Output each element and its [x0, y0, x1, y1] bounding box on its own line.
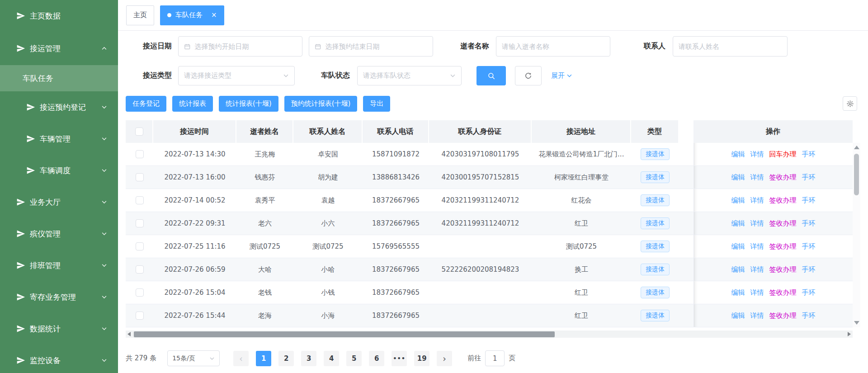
detail-link[interactable]: 详情 — [750, 312, 764, 320]
edit-link[interactable]: 编辑 — [731, 242, 745, 251]
wristband-link[interactable]: 手环 — [802, 196, 816, 205]
close-icon[interactable]: × — [211, 12, 217, 19]
deceased-name-input[interactable] — [496, 36, 610, 57]
scroll-up-arrow-icon[interactable] — [854, 146, 859, 149]
sidebar-item-funeral-mgmt[interactable]: 殡仪管理 — [0, 218, 118, 250]
scroll-left-arrow-icon[interactable] — [127, 332, 131, 336]
sign-link[interactable]: 签收办理 — [769, 219, 797, 228]
page-button-2[interactable]: 2 — [278, 351, 294, 366]
contact-input[interactable] — [673, 36, 788, 57]
detail-link[interactable]: 详情 — [750, 173, 764, 182]
row-checkbox[interactable] — [136, 219, 144, 227]
start-date-field[interactable] — [194, 42, 297, 51]
wristband-link[interactable]: 手环 — [802, 150, 816, 159]
export-button[interactable]: 导出 — [363, 96, 390, 112]
end-date-input[interactable] — [309, 36, 433, 57]
wristband-link[interactable]: 手环 — [802, 219, 816, 228]
horizontal-scrollbar-thumb[interactable] — [134, 331, 555, 337]
edit-link[interactable]: 编辑 — [731, 265, 745, 274]
prev-page-button[interactable]: ‹ — [233, 351, 249, 366]
detail-link[interactable]: 详情 — [750, 265, 764, 274]
wristband-link[interactable]: 手环 — [802, 312, 816, 320]
paper-plane-icon — [16, 11, 25, 20]
sidebar: 主页数据 接运管理 车队任务 接运预约登记 车辆管理 车辆调度 业务大厅 — [0, 0, 118, 373]
select-all-checkbox[interactable] — [135, 127, 143, 136]
sign-link[interactable]: 签收办理 — [769, 288, 797, 297]
row-checkbox[interactable] — [136, 242, 144, 250]
sidebar-item-fleet-task-active[interactable]: 车队任务 — [0, 65, 118, 91]
detail-link[interactable]: 详情 — [750, 196, 764, 205]
expand-toggle[interactable]: 展开 — [551, 71, 572, 80]
report-shiyan-button[interactable]: 统计报表(十堰) — [219, 96, 278, 112]
wristband-link[interactable]: 手环 — [802, 288, 816, 297]
scroll-right-arrow-icon[interactable] — [848, 332, 851, 336]
transport-type-select[interactable]: 请选择接运类型 — [178, 66, 295, 85]
edit-link[interactable]: 编辑 — [731, 196, 745, 205]
row-checkbox[interactable] — [136, 150, 144, 158]
sign-link[interactable]: 签收办理 — [769, 173, 797, 182]
page-button-1[interactable]: 1 — [256, 351, 271, 366]
detail-link[interactable]: 详情 — [750, 288, 764, 297]
chevron-down-icon — [209, 356, 215, 361]
scroll-down-arrow-icon[interactable] — [854, 321, 859, 325]
cell-actions: 编辑 详情 签收办理 手环 — [693, 189, 853, 212]
page-button-4[interactable]: 4 — [324, 351, 339, 366]
vertical-scrollbar[interactable] — [853, 143, 860, 327]
sidebar-item-home-data[interactable]: 主页数据 — [0, 0, 118, 32]
tab-fleet-task[interactable]: 车队任务 × — [160, 5, 224, 25]
sign-link[interactable]: 签收办理 — [769, 242, 797, 251]
fleet-status-select[interactable]: 请选择车队状态 — [357, 66, 462, 85]
sidebar-item-booking-register[interactable]: 接运预约登记 — [0, 91, 118, 123]
sidebar-item-shift-mgmt[interactable]: 排班管理 — [0, 250, 118, 281]
row-checkbox[interactable] — [136, 265, 144, 274]
wristband-link[interactable]: 手环 — [802, 265, 816, 274]
next-page-button[interactable]: › — [437, 351, 452, 366]
booking-report-shiyan-button[interactable]: 预约统计报表(十堰) — [284, 96, 358, 112]
sidebar-item-transport-mgmt[interactable]: 接运管理 — [0, 32, 118, 65]
detail-link[interactable]: 详情 — [750, 242, 764, 251]
horizontal-scrollbar[interactable] — [126, 331, 853, 338]
sign-link[interactable]: 签收办理 — [769, 265, 797, 274]
row-checkbox[interactable] — [136, 173, 144, 181]
tab-home-label: 主页 — [133, 11, 147, 19]
sign-link[interactable]: 签收办理 — [769, 312, 797, 320]
edit-link[interactable]: 编辑 — [731, 150, 745, 159]
edit-link[interactable]: 编辑 — [731, 173, 745, 182]
detail-link[interactable]: 详情 — [750, 150, 764, 159]
column-settings-button[interactable] — [843, 96, 857, 111]
row-checkbox[interactable] — [136, 196, 144, 204]
vertical-scrollbar-thumb[interactable] — [854, 154, 859, 195]
page-button-5[interactable]: 5 — [346, 351, 362, 366]
end-date-field[interactable] — [325, 42, 427, 51]
wristband-link[interactable]: 手环 — [802, 173, 816, 182]
sidebar-item-storage-mgmt[interactable]: 寄存业务管理 — [0, 281, 118, 313]
sidebar-item-monitor-devices[interactable]: 监控设备 — [0, 345, 118, 373]
wristband-link[interactable]: 手环 — [802, 242, 816, 251]
refresh-button[interactable] — [515, 66, 542, 85]
detail-link[interactable]: 详情 — [750, 219, 764, 228]
sidebar-item-vehicle-mgmt[interactable]: 车辆管理 — [0, 123, 118, 155]
report-button[interactable]: 统计报表 — [172, 96, 213, 112]
task-register-button[interactable]: 任务登记 — [126, 96, 166, 112]
edit-link[interactable]: 编辑 — [731, 219, 745, 228]
search-button[interactable] — [476, 66, 506, 85]
row-checkbox[interactable] — [136, 288, 144, 297]
sign-link[interactable]: 签收办理 — [769, 196, 797, 205]
sidebar-item-data-stats[interactable]: 数据统计 — [0, 313, 118, 345]
return-car-link[interactable]: 回车办理 — [769, 150, 797, 159]
page-button-19[interactable]: 19 — [414, 351, 429, 366]
row-checkbox[interactable] — [136, 312, 144, 320]
edit-link[interactable]: 编辑 — [731, 312, 745, 320]
page-button-6[interactable]: 6 — [369, 351, 384, 366]
sidebar-item-business-hall[interactable]: 业务大厅 — [0, 186, 118, 218]
deceased-name-field[interactable] — [502, 42, 604, 51]
contact-field[interactable] — [679, 42, 782, 51]
page-size-select[interactable]: 15条/页 — [167, 350, 220, 366]
more-pages-button[interactable]: ••• — [392, 351, 407, 366]
sidebar-item-vehicle-dispatch[interactable]: 车辆调度 — [0, 155, 118, 186]
edit-link[interactable]: 编辑 — [731, 288, 745, 297]
page-button-3[interactable]: 3 — [301, 351, 316, 366]
start-date-input[interactable] — [178, 36, 302, 57]
goto-page-input[interactable] — [485, 350, 505, 366]
tab-home[interactable]: 主页 — [126, 5, 154, 25]
